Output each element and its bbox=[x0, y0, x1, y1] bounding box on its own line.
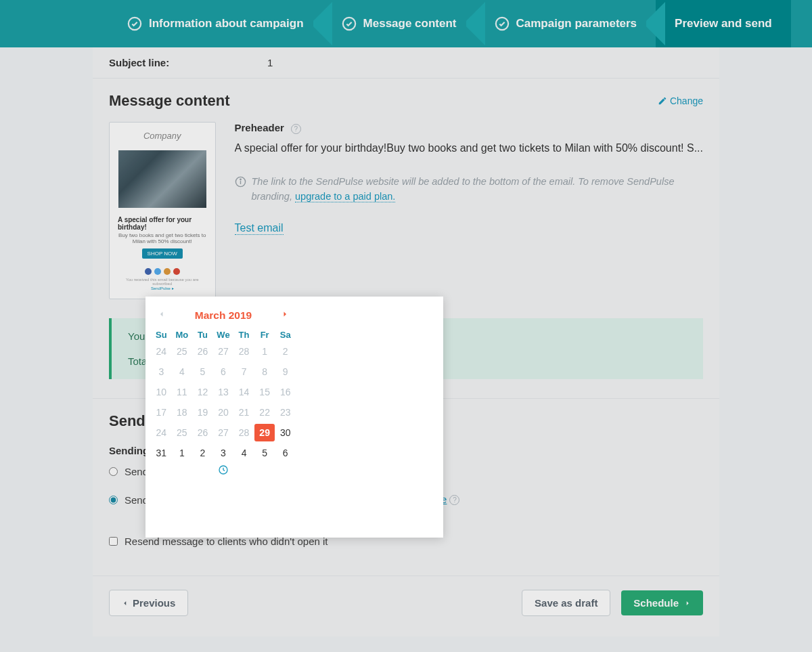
calendar-day[interactable]: 15 bbox=[254, 383, 275, 401]
calendar-day[interactable]: 5 bbox=[192, 363, 213, 381]
resend-checkbox[interactable] bbox=[109, 537, 118, 546]
send-now-input[interactable] bbox=[109, 467, 118, 476]
calendar-day[interactable]: 27 bbox=[213, 424, 234, 441]
calendar-day[interactable]: 31 bbox=[151, 444, 172, 462]
calendar-day[interactable]: 14 bbox=[233, 383, 254, 401]
message-content-heading: Message content bbox=[109, 92, 230, 110]
chevron-left-icon bbox=[122, 599, 129, 608]
calendar-day[interactable]: 8 bbox=[254, 363, 275, 381]
email-thumbnail[interactable]: Company A special offer for your birthda… bbox=[109, 122, 216, 299]
calendar-day[interactable]: 4 bbox=[233, 444, 254, 462]
step-campaign-parameters[interactable]: Campaign parameters bbox=[476, 0, 656, 47]
calendar-day[interactable]: 26 bbox=[192, 424, 213, 441]
check-circle-icon bbox=[342, 16, 357, 31]
subject-row: Subject line: 1 bbox=[93, 47, 719, 78]
prev-month[interactable] bbox=[158, 309, 166, 322]
calendar-day[interactable]: 2 bbox=[275, 343, 296, 360]
schedule-button[interactable]: Schedule bbox=[621, 590, 703, 615]
chevron-right-icon bbox=[684, 599, 691, 608]
thumb-sub: Buy two books and get two tickets to Mil… bbox=[118, 232, 207, 244]
calendar-day[interactable]: 6 bbox=[275, 444, 296, 462]
calendar-day[interactable]: 13 bbox=[213, 383, 234, 401]
change-link[interactable]: Change bbox=[658, 95, 703, 106]
calendar-days: 2425262728123456789101112131415161718192… bbox=[145, 343, 301, 462]
calendar-day[interactable]: 6 bbox=[213, 363, 234, 381]
calendar-day[interactable]: 7 bbox=[233, 363, 254, 381]
calendar-day[interactable]: 10 bbox=[151, 383, 172, 401]
time-toggle[interactable] bbox=[218, 466, 229, 477]
branding-info: The link to the SendPulse website will b… bbox=[235, 175, 704, 204]
step-preview-send[interactable]: Preview and send bbox=[656, 0, 791, 47]
calendar-day[interactable]: 21 bbox=[233, 404, 254, 421]
chevron-left-icon bbox=[158, 309, 166, 320]
step-label: Information about campaign bbox=[149, 17, 304, 30]
thumb-shop-button: SHOP NOW bbox=[142, 248, 183, 259]
next-month[interactable] bbox=[281, 309, 289, 322]
save-draft-button[interactable]: Save as draft bbox=[522, 590, 610, 616]
step-label: Message content bbox=[363, 17, 457, 30]
help-icon[interactable]: ? bbox=[449, 495, 459, 505]
calendar-day[interactable]: 25 bbox=[172, 424, 193, 441]
step-information[interactable]: Information about campaign bbox=[108, 0, 323, 47]
check-circle-icon bbox=[495, 16, 510, 31]
calendar: March 2019 Su Mo Tu We Th Fr Sa 24252627… bbox=[145, 297, 301, 538]
upgrade-link[interactable]: upgrade to a paid plan. bbox=[295, 191, 395, 202]
calendar-day[interactable]: 30 bbox=[275, 424, 296, 441]
help-icon[interactable]: ? bbox=[291, 124, 301, 134]
calendar-day[interactable]: 29 bbox=[254, 424, 275, 441]
calendar-day[interactable]: 22 bbox=[254, 404, 275, 421]
svg-point-5 bbox=[240, 179, 240, 180]
thumb-offer: A special offer for your birthday! bbox=[118, 216, 207, 231]
calendar-day[interactable]: 26 bbox=[192, 343, 213, 360]
subject-value: 1 bbox=[267, 57, 273, 68]
calendar-day[interactable]: 24 bbox=[151, 424, 172, 441]
check-circle-icon bbox=[127, 16, 142, 31]
clock-icon bbox=[218, 464, 229, 475]
calendar-title[interactable]: March 2019 bbox=[195, 309, 252, 322]
calendar-day[interactable]: 11 bbox=[172, 383, 193, 401]
calendar-day[interactable]: 28 bbox=[233, 424, 254, 441]
step-label: Preview and send bbox=[675, 17, 772, 30]
thumb-fine: You received this email because you are … bbox=[118, 278, 207, 290]
calendar-day[interactable]: 23 bbox=[275, 404, 296, 421]
calendar-day[interactable]: 25 bbox=[172, 343, 193, 360]
calendar-day[interactable]: 17 bbox=[151, 404, 172, 421]
calendar-day[interactable]: 28 bbox=[233, 343, 254, 360]
calendar-day[interactable]: 12 bbox=[192, 383, 213, 401]
dow-row: Su Mo Tu We Th Fr Sa bbox=[145, 322, 301, 343]
calendar-day[interactable]: 16 bbox=[275, 383, 296, 401]
calendar-day[interactable]: 18 bbox=[172, 404, 193, 421]
calendar-day[interactable]: 5 bbox=[254, 444, 275, 462]
calendar-day[interactable]: 1 bbox=[172, 444, 193, 462]
footer: Previous Save as draft Schedule bbox=[93, 575, 719, 636]
calendar-day[interactable]: 1 bbox=[254, 343, 275, 360]
step-message-content[interactable]: Message content bbox=[323, 0, 476, 47]
info-icon bbox=[235, 176, 246, 188]
send-on-input[interactable] bbox=[109, 496, 118, 504]
preheader-label: Preheader bbox=[235, 122, 284, 133]
subject-label: Subject line: bbox=[109, 57, 267, 68]
calendar-day[interactable]: 20 bbox=[213, 404, 234, 421]
calendar-day[interactable]: 4 bbox=[172, 363, 193, 381]
step-label: Campaign parameters bbox=[516, 17, 637, 30]
calendar-day[interactable]: 3 bbox=[151, 363, 172, 381]
thumb-company: Company bbox=[143, 131, 181, 141]
stepper: Information about campaign Message conte… bbox=[0, 0, 812, 47]
preheader-text: A special offer for your birthday!Buy tw… bbox=[235, 141, 704, 156]
calendar-day[interactable]: 19 bbox=[192, 404, 213, 421]
calendar-day[interactable]: 27 bbox=[213, 343, 234, 360]
pencil-icon bbox=[658, 96, 667, 106]
test-email-link[interactable]: Test email bbox=[235, 222, 284, 235]
calendar-day[interactable]: 3 bbox=[213, 444, 234, 462]
thumb-socials bbox=[145, 268, 180, 275]
calendar-day[interactable]: 2 bbox=[192, 444, 213, 462]
calendar-day[interactable]: 24 bbox=[151, 343, 172, 360]
previous-button[interactable]: Previous bbox=[109, 590, 188, 616]
calendar-day[interactable]: 9 bbox=[275, 363, 296, 381]
datepicker-popup: March 2019 Su Mo Tu We Th Fr Sa 24252627… bbox=[145, 297, 443, 538]
thumb-image bbox=[118, 150, 206, 208]
chevron-right-icon bbox=[281, 309, 289, 320]
popup-right bbox=[301, 297, 443, 538]
